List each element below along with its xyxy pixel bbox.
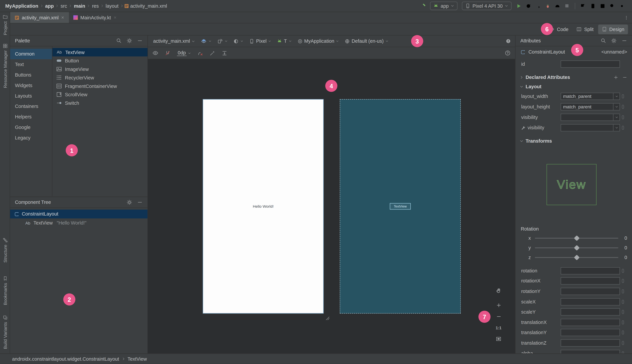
target-device-select[interactable]: Pixel 4 API 30 <box>462 2 511 10</box>
stripe-project[interactable]: Project <box>0 14 10 35</box>
stripe-structure[interactable]: Structure <box>0 238 10 262</box>
breadcrumb-app[interactable]: app <box>44 3 55 9</box>
pin-toggle[interactable] <box>622 269 624 273</box>
zoom-in-button[interactable] <box>494 300 503 310</box>
tree-item-textview[interactable]: Ab TextView "Hello World!" <box>10 218 148 227</box>
id-input[interactable] <box>560 60 620 68</box>
hello-world-textview[interactable]: Hello World! <box>203 204 323 209</box>
canvas-resize-handle[interactable] <box>325 316 330 321</box>
sdk-manager-icon[interactable] <box>598 1 607 10</box>
tab-list-menu[interactable] <box>624 12 632 23</box>
design-surface[interactable]: Hello World! TextView 1:1 <box>148 59 515 353</box>
palette-item-imageview[interactable]: ImageView <box>52 65 148 74</box>
pin-toggle[interactable] <box>622 320 624 324</box>
pin-toggle[interactable] <box>622 351 624 353</box>
tab-activity-main-xml[interactable]: activity_main.xml <box>10 12 69 23</box>
layout-width-dropdown[interactable]: match_parent <box>560 93 620 100</box>
issues-panel-icon[interactable] <box>505 38 511 44</box>
rotation-x-slider[interactable] <box>535 236 618 240</box>
mode-split-button[interactable]: Split <box>573 24 597 34</box>
build-hammer-icon[interactable] <box>418 1 428 10</box>
file-variant-select[interactable]: activity_main.xml <box>152 36 196 46</box>
apply-changes-icon[interactable] <box>524 1 533 10</box>
pin-toggle[interactable] <box>622 290 624 294</box>
clear-constraints-icon[interactable] <box>198 50 203 56</box>
add-attribute-icon[interactable] <box>614 75 618 80</box>
pin-toggle[interactable] <box>622 126 624 130</box>
device-manager-icon[interactable] <box>588 1 598 10</box>
rotation-z-slider[interactable] <box>535 255 618 260</box>
zoom-to-fit-button[interactable] <box>494 334 503 344</box>
stripe-build-variants[interactable]: Build Variants <box>0 315 10 349</box>
settings-gear-icon[interactable] <box>617 1 626 10</box>
close-tab-icon[interactable] <box>113 16 117 19</box>
stripe-resource-manager[interactable]: Resource Manager <box>0 44 10 88</box>
palette-item-textview[interactable]: Ab TextView <box>52 48 148 56</box>
rotation-x-input[interactable] <box>560 278 620 284</box>
view-options-eye-icon[interactable] <box>152 50 158 56</box>
slider-thumb[interactable] <box>574 236 580 241</box>
zoom-reset-button[interactable]: 1:1 <box>494 323 503 332</box>
pin-toggle[interactable] <box>622 300 624 304</box>
layout-inspector-icon[interactable] <box>578 1 588 10</box>
infer-constraints-wand-icon[interactable] <box>210 50 215 56</box>
pin-toggle[interactable] <box>622 331 624 335</box>
tools-visibility-dropdown[interactable] <box>560 124 620 131</box>
stop-icon[interactable] <box>562 1 572 10</box>
night-mode-select[interactable] <box>232 36 245 46</box>
gear-icon[interactable] <box>127 200 132 205</box>
slider-thumb[interactable] <box>574 255 580 260</box>
scale-y-input[interactable] <box>560 308 620 316</box>
attach-debugger-bug-icon[interactable] <box>543 1 552 10</box>
autoconnect-magnet-icon[interactable] <box>165 50 170 56</box>
pin-toggle[interactable] <box>622 105 624 109</box>
tree-item-constraintlayout[interactable]: ConstraintLayout <box>10 210 148 218</box>
close-tab-icon[interactable] <box>61 16 65 19</box>
hide-panel-icon[interactable] <box>137 38 143 44</box>
breadcrumb-layout[interactable]: layout <box>104 3 120 9</box>
translation-x-input[interactable] <box>560 319 620 326</box>
gear-icon[interactable] <box>611 38 617 44</box>
search-everywhere-icon[interactable] <box>608 1 617 10</box>
pan-hand-icon[interactable] <box>494 286 503 296</box>
section-layout[interactable]: Layout <box>516 82 632 91</box>
pack-align-icon[interactable] <box>222 50 228 56</box>
surface-mode-select[interactable] <box>200 36 213 46</box>
rotation-y-slider[interactable] <box>535 246 618 250</box>
palette-category-buttons[interactable]: Buttons <box>10 70 52 80</box>
rotation-input[interactable] <box>560 267 620 274</box>
blueprint-textview-widget[interactable]: TextView <box>390 203 410 210</box>
profiler-icon[interactable] <box>552 1 562 10</box>
palette-item-fragmentcontainerview[interactable]: FragmentContainerView <box>52 82 148 90</box>
palette-category-helpers[interactable]: Helpers <box>10 112 52 122</box>
hide-panel-icon[interactable] <box>137 200 143 205</box>
section-declared-attributes[interactable]: Declared Attributes <box>516 72 632 82</box>
alpha-input[interactable] <box>560 350 620 354</box>
breadcrumb-src[interactable]: src <box>60 3 68 9</box>
remove-attribute-icon[interactable] <box>622 75 627 80</box>
scale-x-input[interactable] <box>560 298 620 305</box>
locale-select[interactable]: Default (en-us) <box>344 36 390 46</box>
run-button[interactable] <box>514 1 523 10</box>
default-margin-select[interactable]: 0dp <box>177 50 191 56</box>
pin-toggle[interactable] <box>622 279 624 283</box>
section-transforms[interactable]: Transforms <box>516 136 632 146</box>
palette-item-recyclerview[interactable]: RecyclerView <box>52 74 148 82</box>
zoom-out-button[interactable] <box>494 312 503 321</box>
palette-category-text[interactable]: Text <box>10 59 52 70</box>
pin-toggle[interactable] <box>622 341 624 345</box>
palette-category-containers[interactable]: Containers <box>10 101 52 112</box>
palette-category-layouts[interactable]: Layouts <box>10 91 52 101</box>
orientation-select[interactable] <box>216 36 229 46</box>
search-icon[interactable] <box>116 38 122 44</box>
gear-icon[interactable] <box>127 38 132 44</box>
breadcrumb-main[interactable]: main <box>73 3 86 9</box>
layout-height-dropdown[interactable]: match_parent <box>560 103 620 110</box>
palette-category-widgets[interactable]: Widgets <box>10 80 52 91</box>
palette-item-switch[interactable]: Switch <box>52 99 148 107</box>
slider-thumb[interactable] <box>574 245 580 251</box>
palette-category-google[interactable]: Google <box>10 122 52 132</box>
mode-design-button[interactable]: Design <box>598 24 628 34</box>
stripe-bookmarks[interactable]: Bookmarks <box>0 276 10 305</box>
pin-toggle[interactable] <box>622 310 624 314</box>
